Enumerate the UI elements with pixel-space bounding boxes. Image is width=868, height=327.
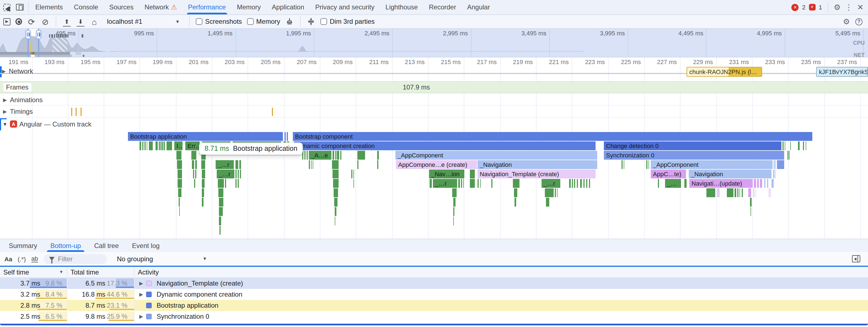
flame-event-sliver[interactable] [753, 188, 754, 197]
flame-event-sliver[interactable] [772, 179, 774, 188]
flame-event-sliver[interactable] [621, 160, 623, 169]
flame-event-sliver[interactable] [309, 160, 310, 169]
flame-event-sliver[interactable] [238, 170, 239, 179]
angular-custom-track-header[interactable]: ▼ A Angular — Custom track [0, 118, 868, 130]
flame-event-sliver[interactable] [333, 170, 339, 179]
table-row[interactable]: 3.2 ms8.4 %16.8 ms44.6 %▶Dynamic compone… [0, 289, 868, 300]
flame-event-sliver[interactable] [785, 141, 785, 150]
flame-event-sliver[interactable] [546, 198, 549, 207]
flame-event[interactable]: _… [665, 179, 681, 188]
clear-icon[interactable]: ⊘ [41, 17, 50, 26]
flame-event-sliver[interactable] [201, 160, 205, 169]
flame-event-sliver[interactable] [470, 179, 475, 188]
match-case-button[interactable]: Aa [4, 255, 12, 262]
flame-event-sliver[interactable] [179, 207, 180, 216]
flame-event-sliver[interactable] [750, 207, 751, 216]
flame-event-sliver[interactable] [358, 160, 359, 169]
flame-event-sliver[interactable] [757, 179, 759, 188]
flame-event-sliver[interactable] [574, 179, 575, 188]
flame-event-sliver[interactable] [589, 179, 590, 188]
flame-event-sliver[interactable] [218, 179, 224, 188]
flame-event[interactable]: Change detection 0 [604, 141, 781, 150]
live-metrics-home-icon[interactable]: ⌂ [90, 17, 99, 26]
flame-event-sliver[interactable] [557, 188, 558, 197]
whole-word-button[interactable]: ab [31, 255, 38, 262]
collapse-triangle-icon[interactable]: ▼ [2, 121, 8, 127]
flame-event-sliver[interactable] [748, 188, 751, 197]
flame-event-sliver[interactable] [353, 170, 354, 179]
flame-event-sliver[interactable] [202, 170, 205, 179]
help-icon[interactable]: ? [855, 18, 863, 25]
error-badge[interactable]: ✕ 2 ✕ 1 [792, 4, 822, 11]
flame-event-sliver[interactable] [789, 151, 790, 160]
flame-event-sliver[interactable] [219, 217, 221, 225]
performance-settings-icon[interactable]: ⚙ [843, 18, 850, 25]
flame-event-sliver[interactable] [334, 188, 338, 197]
flame-event-sliver[interactable] [646, 160, 647, 169]
flame-event-sliver[interactable] [452, 188, 457, 197]
table-row[interactable]: 2.8 ms7.5 %8.7 ms23.1 %Bootstrap applica… [0, 300, 868, 311]
flame-event-sliver[interactable] [287, 132, 288, 141]
flame-event-sliver[interactable] [240, 170, 241, 179]
flame-event-sliver[interactable] [787, 151, 788, 160]
flame-event-sliver[interactable] [775, 170, 775, 179]
tab-lighthouse[interactable]: Lighthouse [380, 0, 423, 15]
frames-track[interactable]: Frames 107.9 ms [0, 81, 868, 93]
flame-event-sliver[interactable] [453, 198, 456, 207]
flame-event-sliver[interactable] [491, 179, 492, 188]
column-header-activity[interactable]: Activity [134, 267, 868, 277]
flame-event-sliver[interactable] [194, 179, 195, 188]
flame-event-sliver[interactable] [572, 179, 573, 188]
garbage-collect-icon[interactable] [285, 17, 294, 26]
flame-event-sliver[interactable] [769, 188, 770, 197]
flame-event-sliver[interactable] [219, 207, 223, 216]
tab-network[interactable]: Network⚠ [139, 0, 183, 15]
flame-event-sliver[interactable] [767, 179, 768, 188]
flame-event-sliver[interactable] [515, 198, 516, 207]
flame-event-sliver[interactable] [377, 151, 379, 160]
table-row[interactable]: 2.5 ms6.5 %9.8 ms25.9 %▶Synchronization … [0, 311, 868, 322]
flame-event-sliver[interactable] [754, 179, 756, 188]
record-and-reload-icon[interactable]: ⟳ [27, 17, 36, 26]
flame-event-sliver[interactable] [777, 160, 784, 169]
expand-triangle-icon[interactable]: ▶ [1, 69, 7, 74]
flame-event-sliver[interactable] [335, 217, 335, 225]
sidebar-toggle-icon[interactable]: ▶ [3, 18, 10, 25]
flame-event-sliver[interactable] [470, 170, 475, 179]
flame-event-sliver[interactable] [580, 179, 582, 188]
tab-performance[interactable]: Performance [183, 0, 231, 15]
flame-event[interactable]: _AppComponent [395, 151, 597, 160]
record-icon[interactable] [16, 18, 22, 25]
flame-event[interactable]: Err… [185, 141, 199, 150]
flame-event[interactable]: Synchronization 0 [604, 151, 784, 160]
timeline-overview[interactable]: 495 ms995 ms1,495 ms1,995 ms2,495 ms2,99… [0, 29, 868, 57]
details-tab-event-log[interactable]: Event log [125, 239, 166, 252]
flame-event-sliver[interactable] [727, 188, 734, 197]
flame-event-sliver[interactable] [717, 188, 720, 197]
flame-event-sliver[interactable] [806, 141, 806, 150]
flame-event-sliver[interactable] [740, 188, 740, 197]
flame-event-sliver[interactable] [307, 151, 308, 160]
flame-event-sliver[interactable] [358, 151, 365, 160]
flame-event-sliver[interactable] [166, 141, 172, 150]
flame-event-sliver[interactable] [236, 160, 238, 169]
close-icon[interactable]: ✕ [857, 3, 864, 11]
selection-handle-left[interactable] [25, 30, 31, 39]
memory-checkbox[interactable] [247, 18, 253, 25]
flame-event-sliver[interactable] [782, 141, 784, 150]
details-tab-summary[interactable]: Summary [2, 239, 44, 252]
table-row[interactable]: 3.7 ms9.8 %6.5 ms17.3 %▶Navigation_Templ… [0, 278, 868, 289]
flame-event-sliver[interactable] [453, 217, 454, 225]
tab-console[interactable]: Console [68, 0, 104, 15]
flame-event-sliver[interactable] [159, 141, 160, 150]
flame-event-sliver[interactable] [773, 170, 774, 179]
save-profile-icon[interactable]: ⬇ [76, 17, 85, 26]
dim-3rd-parties-checkbox[interactable] [320, 18, 327, 25]
flame-event[interactable]: Navigati…(update) [689, 179, 753, 188]
flame-event-sliver[interactable] [140, 141, 141, 150]
flame-event-sliver[interactable] [333, 179, 339, 188]
settings-icon[interactable]: ⚙ [834, 3, 840, 11]
flame-event-sliver[interactable] [684, 179, 687, 188]
tab-angular[interactable]: Angular [462, 0, 495, 15]
flame-event-sliver[interactable] [453, 207, 455, 216]
